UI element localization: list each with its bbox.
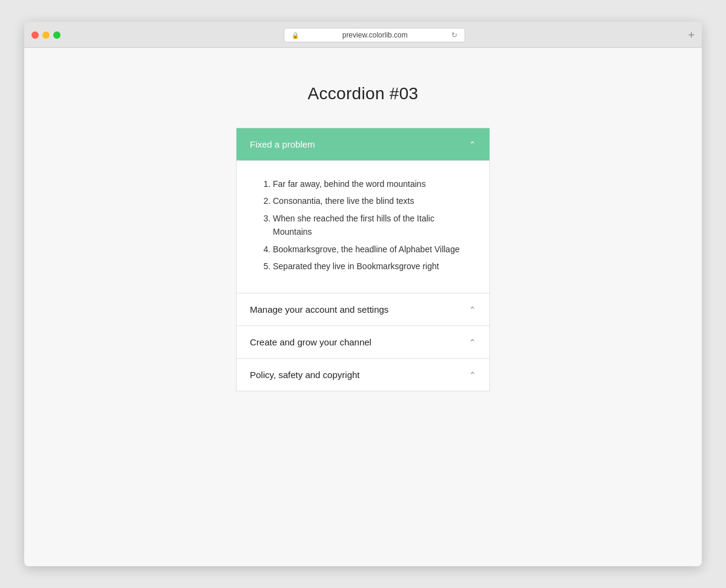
accordion-header-policy-safety[interactable]: Policy, safety and copyright ⌃ — [237, 359, 489, 391]
accordion-item-fixed-problem: Fixed a problem ⌃ Far far away, behind t… — [236, 128, 490, 293]
accordion-item-create-channel: Create and grow your channel ⌃ — [236, 326, 490, 359]
accordion-item-manage-account: Manage your account and settings ⌃ — [236, 293, 490, 326]
close-button[interactable] — [31, 31, 39, 39]
list-item: Bookmarksgrove, the headline of Alphabet… — [273, 241, 471, 258]
url-text: preview.colorlib.com — [302, 31, 448, 39]
list-item: Consonantia, there live the blind texts — [273, 192, 471, 209]
accordion-header-create-channel[interactable]: Create and grow your channel ⌃ — [237, 326, 489, 358]
chevron-up-icon: ⌃ — [469, 140, 476, 149]
accordion-header-manage-account[interactable]: Manage your account and settings ⌃ — [237, 293, 489, 325]
browser-window: 🔒 preview.colorlib.com ↻ + Accordion #03… — [24, 22, 702, 566]
chevron-up-icon-3: ⌃ — [469, 338, 476, 347]
list-item: Separated they live in Bookmarksgrove ri… — [273, 258, 471, 275]
chevron-up-icon-4: ⌃ — [469, 370, 476, 380]
accordion-body-fixed-problem: Far far away, behind the word mountains … — [237, 160, 489, 293]
browser-chrome: 🔒 preview.colorlib.com ↻ + — [24, 22, 702, 48]
accordion-label-manage-account: Manage your account and settings — [250, 304, 388, 315]
address-bar: 🔒 preview.colorlib.com ↻ — [91, 28, 658, 42]
accordion-label-create-channel: Create and grow your channel — [250, 337, 371, 347]
page-title: Accordion #03 — [308, 84, 419, 103]
list-item: Far far away, behind the word mountains — [273, 175, 471, 192]
new-tab-button[interactable]: + — [688, 30, 695, 41]
maximize-button[interactable] — [53, 31, 60, 39]
accordion-container: Fixed a problem ⌃ Far far away, behind t… — [236, 128, 490, 391]
content-list: Far far away, behind the word mountains … — [261, 175, 471, 275]
accordion-label-fixed-problem: Fixed a problem — [250, 139, 315, 149]
accordion-label-policy-safety: Policy, safety and copyright — [250, 370, 359, 380]
traffic-lights — [31, 31, 60, 39]
browser-content: Accordion #03 Fixed a problem ⌃ Far far … — [24, 48, 702, 566]
list-item: When she reached the first hills of the … — [273, 210, 471, 241]
accordion-header-fixed-problem[interactable]: Fixed a problem ⌃ — [237, 128, 489, 160]
accordion-item-policy-safety: Policy, safety and copyright ⌃ — [236, 359, 490, 391]
minimize-button[interactable] — [42, 31, 50, 39]
reload-button[interactable]: ↻ — [451, 31, 457, 39]
address-bar-input[interactable]: 🔒 preview.colorlib.com ↻ — [284, 28, 465, 42]
lock-icon: 🔒 — [292, 32, 299, 39]
chevron-up-icon-2: ⌃ — [469, 305, 476, 315]
